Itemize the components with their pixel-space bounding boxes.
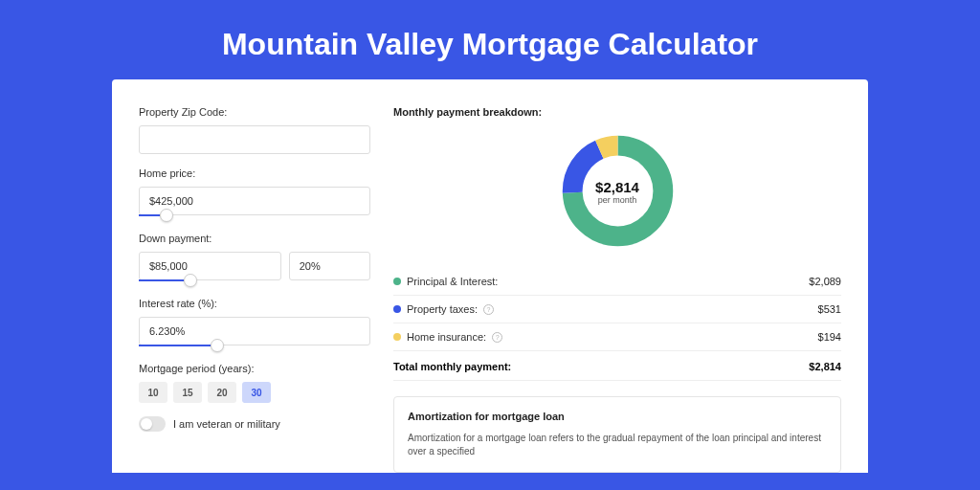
period-button-group: 10 15 20 30 [139,382,370,403]
info-icon[interactable]: ? [492,332,502,343]
zip-field: Property Zip Code: [139,106,370,154]
donut-chart-wrap: $2,814 per month [393,131,841,251]
breakdown-panel: Monthly payment breakdown: $2,814 per mo… [393,106,841,473]
down-payment-slider[interactable] [139,278,289,284]
breakdown-row-taxes: Property taxes: ? $531 [393,296,841,323]
home-price-label: Home price: [139,167,370,179]
total-label: Total monthly payment: [393,361,511,372]
breakdown-row-principal: Principal & Interest: $2,089 [393,268,841,296]
donut-sub: per month [595,194,639,204]
breakdown-title: Monthly payment breakdown: [393,106,841,118]
home-price-input[interactable] [139,187,370,215]
breakdown-row-total: Total monthly payment: $2,814 [393,351,841,381]
info-icon[interactable]: ? [483,304,494,315]
donut-chart: $2,814 per month [558,131,678,251]
veteran-toggle[interactable] [139,416,166,432]
breakdown-value: $2,089 [809,276,841,287]
interest-input[interactable] [139,317,370,345]
amortization-title: Amortization for mortgage loan [408,411,827,422]
breakdown-label: Home insurance: [407,331,486,343]
veteran-label: I am veteran or military [173,418,280,430]
breakdown-label: Principal & Interest: [407,276,498,287]
period-field: Mortgage period (years): 10 15 20 30 [139,363,370,403]
down-payment-input[interactable] [139,252,281,280]
interest-field: Interest rate (%): [139,298,370,349]
total-value: $2,814 [809,361,841,372]
breakdown-row-insurance: Home insurance: ? $194 [393,323,841,351]
breakdown-value: $194 [818,331,841,343]
down-payment-pct-input[interactable] [289,252,370,280]
breakdown-label: Property taxes: [407,303,478,315]
dot-icon [393,305,401,313]
breakdown-value: $531 [818,303,841,315]
down-payment-field: Down payment: [139,233,370,284]
home-price-slider[interactable] [139,213,370,219]
zip-input[interactable] [139,125,370,154]
period-btn-10[interactable]: 10 [139,382,167,403]
input-panel: Property Zip Code: Home price: Down paym… [139,106,370,473]
amortization-card: Amortization for mortgage loan Amortizat… [393,396,841,473]
period-btn-20[interactable]: 20 [208,382,236,403]
home-price-field: Home price: [139,167,370,219]
zip-label: Property Zip Code: [139,106,370,118]
dot-icon [393,278,401,285]
dot-icon [393,333,401,341]
interest-slider[interactable] [139,344,370,349]
down-payment-label: Down payment: [139,233,370,244]
period-btn-30[interactable]: 30 [242,382,271,403]
calculator-card: Property Zip Code: Home price: Down paym… [112,79,868,473]
page-title: Mountain Valley Mortgage Calculator [0,0,980,79]
interest-label: Interest rate (%): [139,298,370,309]
period-label: Mortgage period (years): [139,363,370,374]
amortization-text: Amortization for a mortgage loan refers … [408,432,827,458]
veteran-row: I am veteran or military [139,416,370,432]
donut-amount: $2,814 [595,178,639,194]
period-btn-15[interactable]: 15 [173,382,202,403]
